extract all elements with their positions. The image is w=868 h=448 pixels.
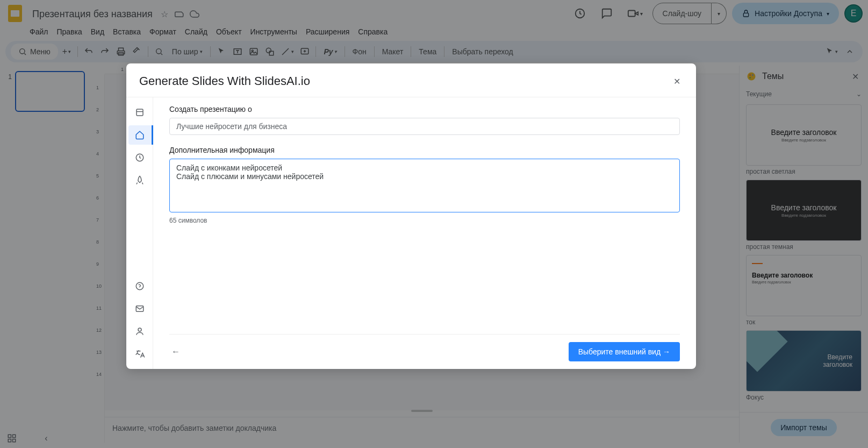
sidebar-mail-icon[interactable]	[129, 299, 150, 318]
sidebar-home-icon[interactable]	[128, 125, 153, 145]
modal-title: Generate Slides With SlidesAI.io	[139, 74, 310, 88]
svg-point-27	[138, 328, 141, 331]
modal-body: Создать презентацию о Дополнительная инф…	[126, 97, 696, 369]
sidebar-user-icon[interactable]	[129, 322, 150, 341]
sidebar-rocket-icon[interactable]	[129, 170, 150, 190]
modal-footer: ← Выберите внешний вид →	[169, 334, 680, 361]
topic-input[interactable]	[169, 118, 680, 135]
topic-label: Создать презентацию о	[169, 105, 680, 113]
modal-header: Generate Slides With SlidesAI.io ✕	[126, 63, 696, 97]
info-textarea[interactable]	[169, 159, 680, 212]
close-icon[interactable]: ✕	[670, 75, 683, 88]
next-button[interactable]: Выберите внешний вид →	[569, 342, 680, 361]
sidebar-templates-icon[interactable]	[129, 103, 150, 122]
sidebar-history-icon[interactable]	[129, 148, 150, 167]
sidebar-help-icon[interactable]	[129, 276, 150, 296]
info-label: Дополнительная информация	[169, 146, 680, 154]
back-button[interactable]: ←	[169, 345, 182, 358]
sidebar-language-icon[interactable]	[129, 344, 150, 364]
modal-content: Создать презентацию о Дополнительная инф…	[153, 97, 696, 369]
modal-sidebar	[126, 97, 153, 369]
slidesai-modal: Generate Slides With SlidesAI.io ✕ Созда…	[126, 63, 696, 369]
svg-rect-23	[137, 109, 143, 116]
char-count: 65 символов	[169, 217, 680, 224]
